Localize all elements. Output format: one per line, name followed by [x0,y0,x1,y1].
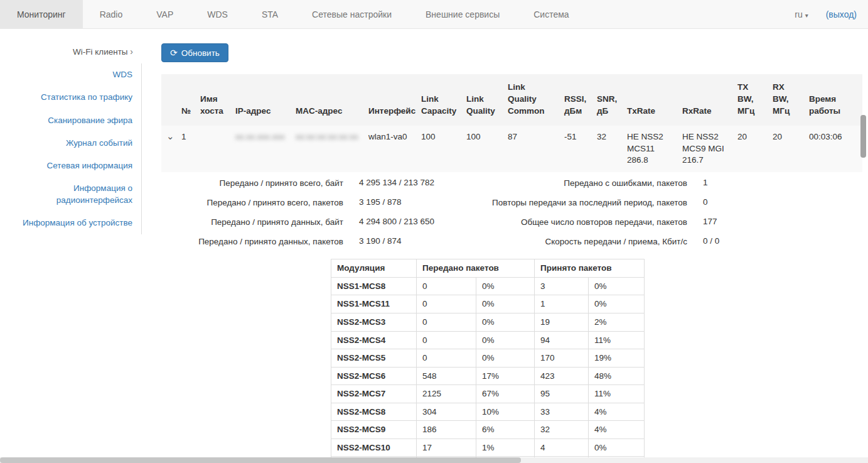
mod-col-header: Модуляция [331,259,417,278]
logout-link[interactable]: (выход) [826,9,857,19]
language-label: ru [795,9,802,19]
language-selector[interactable]: ru ▾ [795,9,808,19]
collapse-row-icon[interactable]: ⌄ [166,131,174,141]
mod-name: NSS2-MCS8 [331,403,417,421]
nav-tab-radio[interactable]: Radio [83,0,140,28]
mod-rx-count: 170 [535,349,589,368]
refresh-button[interactable]: ⟳ Обновить [161,43,228,62]
detail-label: Скорость передачи / приема, Кбит/с [483,234,687,248]
mod-name: NSS2-MCS9 [331,421,417,439]
horizontal-scrollbar-thumb[interactable] [0,457,521,463]
col-header-num: № [176,74,195,126]
col-header-ip: IP-адрес [230,74,291,126]
mod-rx-pct: 0% [589,295,645,313]
client-details: Передано / принято всего, байт 4 295 134… [161,176,863,254]
mod-rx-pct: 19% [589,349,645,368]
mod-rx-pct: 48% [589,367,645,385]
mod-tx-pct: 1% [476,438,535,457]
mod-name: NSS2-MCS10 [331,438,417,457]
sidebar-item-event-log[interactable]: Журнал событий [0,132,141,155]
mod-tx-count: 17 [417,438,476,457]
detail-label: Повторы передачи за последний период, па… [483,195,687,209]
col-header-rx-bw: RX BW, МГц [768,74,804,126]
expand-column-header [161,74,176,126]
modulation-row: NSS1-MCS11 0 0% 1 0% [331,295,645,313]
client-interface: wlan1-va0 [363,126,416,173]
horizontal-scrollbar[interactable] [0,457,868,463]
mod-name: NSS2-MCS5 [331,349,417,368]
mod-rx-count: 3 [535,277,589,295]
client-ip: xx.xx.xxx.xxx [230,126,291,173]
nav-tab-external-services[interactable]: Внешние сервисы [409,0,517,28]
nav-tab-system[interactable]: Система [517,0,586,28]
sidebar-item-wifi-clients[interactable]: Wi-Fi клиенты › [0,40,142,63]
mod-tx-pct: 6% [476,421,535,439]
detail-row: Передано с ошибками, пакетов 1 [483,176,769,195]
mod-tx-pct: 0% [476,331,535,349]
nav-tab-monitoring[interactable]: Мониторинг [0,0,83,28]
mod-rx-pct: 4% [589,421,645,439]
mod-tx-count: 548 [417,367,476,385]
top-navigation: Мониторинг Radio VAP WDS STA Сетевые нас… [0,0,868,29]
sidebar-item-radio-interfaces-info[interactable]: Информация о радиоинтерфейсах [0,177,141,211]
mod-rx-count: 1 [535,295,589,313]
nav-tab-wds[interactable]: WDS [190,0,245,28]
client-link-quality: 100 [461,126,503,173]
details-left-column: Передано / принято всего, байт 4 295 134… [161,176,478,254]
clients-table: № Имя хоста IP-адрес MAC-адрес Интерфейс… [161,74,862,172]
modulation-row: NSS2-MCS10 17 1% 4 0% [331,438,645,457]
col-header-link-capacity: Link Capacity [416,74,461,126]
client-mac: xx:xx:xx:xx:xx:xx [291,126,363,173]
sidebar-item-air-scan[interactable]: Сканирование эфира [0,109,141,132]
refresh-icon: ⟳ [170,48,178,58]
mod-rx-pct: 11% [589,385,645,403]
nav-tab-sta[interactable]: STA [245,0,295,28]
main-content: ⟳ Обновить № Имя хоста IP-адрес MAC-адре… [161,29,863,463]
mod-tx-count: 186 [417,421,476,439]
detail-label: Общее число повторов передачи, пакетов [483,215,687,228]
detail-value: 3 195 / 878 [343,195,478,207]
mod-tx-pct: 0% [476,349,535,368]
clients-table-header-row: № Имя хоста IP-адрес MAC-адрес Интерфейс… [161,74,862,126]
mod-name: NSS1-MCS11 [331,295,417,313]
modulation-row: NSS2-MCS6 548 17% 423 48% [331,367,645,385]
client-link-capacity: 100 [416,126,461,173]
modulation-row: NSS2-MCS7 2125 67% 95 11% [331,385,645,403]
detail-row: Общее число повторов передачи, пакетов 1… [483,215,769,234]
sidebar-item-network-info[interactable]: Сетевая информация [0,155,141,177]
mod-tx-count: 0 [417,331,476,349]
refresh-button-label: Обновить [181,48,220,58]
mod-tx-count: 2125 [417,385,476,403]
tx-packets-header: Передано пакетов [417,259,535,278]
mod-name: NSS2-MCS7 [331,385,417,403]
mod-tx-pct: 0% [476,295,535,313]
nav-tab-network-settings[interactable]: Сетевые настройки [295,0,409,28]
sidebar-item-traffic-stats[interactable]: Статистика по трафику [0,86,141,109]
col-header-link-quality-common: Link Quality Common [503,74,559,126]
mod-tx-count: 0 [417,295,476,313]
sidebar-item-wds[interactable]: WDS [0,63,141,86]
mod-tx-pct: 10% [476,403,535,421]
detail-value: 0 [687,195,769,207]
col-header-hostname: Имя хоста [195,74,230,126]
client-hostname [195,126,230,173]
mod-rx-count: 94 [535,331,589,349]
mod-tx-count: 0 [417,349,476,368]
detail-label: Передано / принято всего, байт [161,176,343,189]
vertical-scrollbar-thumb[interactable] [860,115,866,158]
rx-packets-header: Принято пакетов [535,259,645,278]
mod-rx-count: 19 [535,313,589,331]
sidebar-group: WDS Статистика по трафику Сканирование э… [0,63,142,234]
sidebar: Wi-Fi клиенты › WDS Статистика по трафик… [0,29,142,234]
col-header-rxrate: RxRate [677,74,732,126]
detail-label: Передано / принято данных, пакетов [161,234,343,248]
mod-rx-count: 32 [535,421,589,439]
client-link-quality-common: 87 [503,126,559,173]
modulation-row: NSS1-MCS8 0 0% 3 0% [331,277,645,295]
client-row: ⌄ 1 xx.xx.xxx.xxx xx:xx:xx:xx:xx:xx wlan… [161,126,862,173]
col-header-link-quality: Link Quality [461,74,503,126]
nav-tab-vap[interactable]: VAP [139,0,190,28]
mod-tx-count: 304 [417,403,476,421]
mod-rx-pct: 2% [589,313,645,331]
sidebar-item-device-info[interactable]: Информация об устройстве [0,212,141,234]
